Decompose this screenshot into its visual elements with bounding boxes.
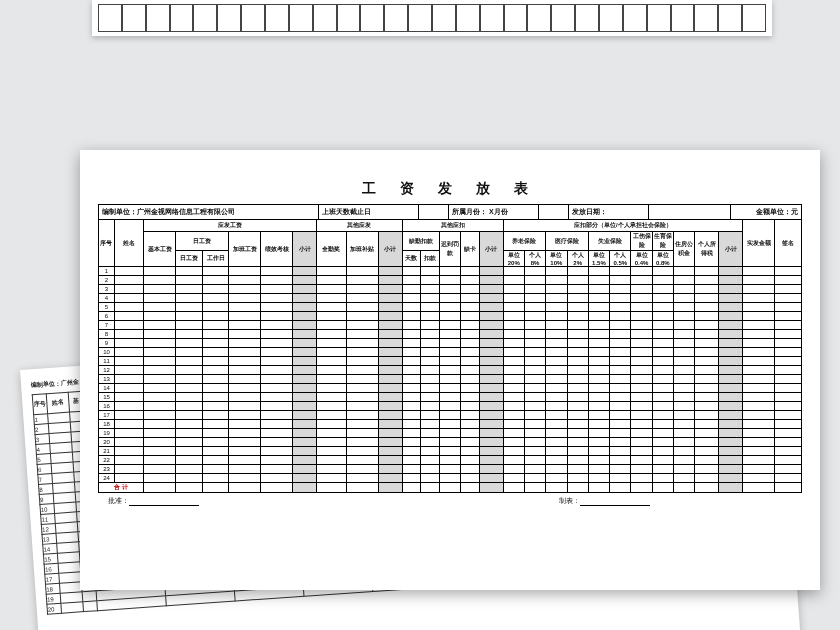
table-row: 20 (99, 438, 802, 447)
table-row: 10 (99, 348, 802, 357)
meta-row: 编制单位：广州金视网络信息工程有限公司 上班天数截止日 所属月份： X月份 发放… (98, 204, 802, 219)
col-seq: 序号 (99, 220, 115, 267)
footer: 批准： 制表： (98, 496, 802, 506)
table-row: 13 (99, 375, 802, 384)
table-row: 4 (99, 294, 802, 303)
page-title: 工 资 发 放 表 (98, 180, 802, 198)
payroll-sheet: 工 资 发 放 表 编制单位：广州金视网络信息工程有限公司 上班天数截止日 所属… (80, 150, 820, 590)
table-row: 22 (99, 456, 802, 465)
table-row: 9 (99, 339, 802, 348)
col-net: 实发金额 (743, 220, 775, 267)
group-payable: 应发工资 (144, 220, 317, 232)
group-other-deduct: 其他应扣 (402, 220, 503, 232)
table-row: 3 (99, 285, 802, 294)
payroll-table: 序号 姓名 应发工资 其他应发 其他应扣 应扣部分（单位/个人承担社会保险） 实… (98, 219, 802, 493)
table-row: 16 (99, 402, 802, 411)
table-row: 2 (99, 276, 802, 285)
table-row: 12 (99, 366, 802, 375)
table-row: 8 (99, 330, 802, 339)
table-row: 18 (99, 420, 802, 429)
table-row: 1 (99, 267, 802, 276)
table-row: 15 (99, 393, 802, 402)
table-row: 6 (99, 312, 802, 321)
total-row: 合 计 (99, 483, 802, 493)
group-deduct: 应扣部分（单位/个人承担社会保险） (503, 220, 743, 232)
table-row: 23 (99, 465, 802, 474)
col-name: 姓名 (114, 220, 143, 267)
table-row: 5 (99, 303, 802, 312)
table-row: 17 (99, 411, 802, 420)
table-row: 24 (99, 474, 802, 483)
table-row: 19 (99, 429, 802, 438)
background-sheet-top (92, 0, 772, 36)
table-row: 11 (99, 357, 802, 366)
table-row: 7 (99, 321, 802, 330)
table-row: 21 (99, 447, 802, 456)
col-sign: 签名 (775, 220, 802, 267)
group-other-pay: 其他应发 (317, 220, 402, 232)
table-row: 14 (99, 384, 802, 393)
